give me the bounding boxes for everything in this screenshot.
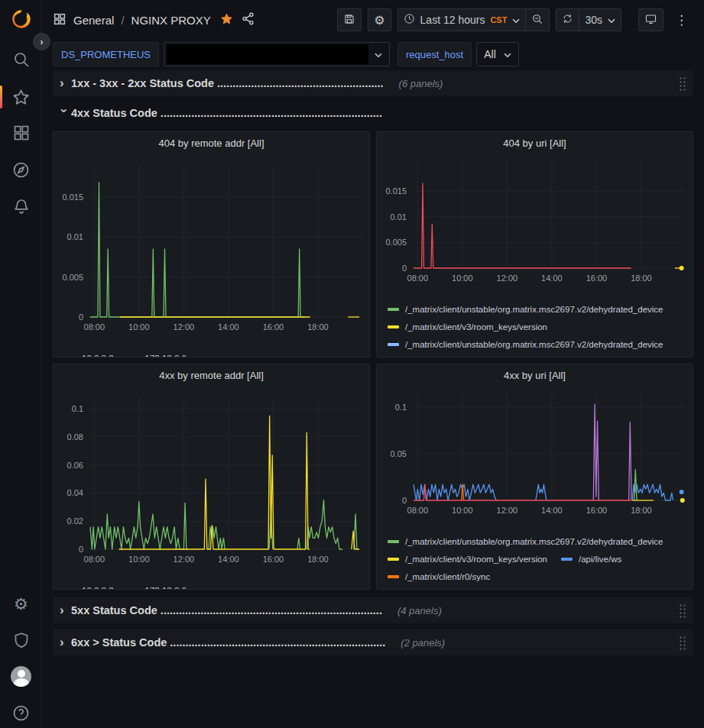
panel-title[interactable]: 404 by remote addr [All]: [54, 132, 369, 152]
legend-label: /_matrix/client/v3/room_keys/version: [405, 555, 547, 564]
save-dashboard-button[interactable]: [337, 8, 362, 31]
svg-text:10:00: 10:00: [128, 555, 150, 564]
legend-row: /_matrix/client/unstable/org.matrix.msc2…: [388, 585, 693, 589]
row-drag-handle[interactable]: [679, 636, 686, 650]
variable-value-dropdown[interactable]: [164, 42, 390, 66]
section-title: 6xx > Status Code: [71, 636, 167, 649]
dashboards-grid-icon[interactable]: [53, 12, 67, 28]
refresh-button[interactable]: [556, 8, 579, 31]
section-title: 5xx Status Code: [71, 604, 157, 616]
legend-item[interactable]: 172.18.0.6: [128, 586, 187, 590]
zoom-out-time-button[interactable]: [526, 8, 550, 31]
panel-title[interactable]: 404 by uri [All]: [377, 132, 693, 152]
dashboards-icon[interactable]: [0, 121, 42, 145]
server-admin-shield-icon[interactable]: [0, 628, 42, 652]
chevron-down-icon: [375, 48, 382, 60]
legend-item[interactable]: 10.0.3.2: [64, 354, 114, 358]
svg-text:0.02: 0.02: [67, 516, 83, 526]
panel-title[interactable]: 4xx by remote addr [All]: [54, 364, 369, 384]
svg-text:0.015: 0.015: [62, 193, 83, 202]
chart-404-by-remote-addr[interactable]: 08:0010:0012:0014:0016:0018:0000.0050.01…: [54, 152, 369, 345]
favorite-star-icon[interactable]: [219, 11, 234, 28]
more-options-kebab-icon[interactable]: ⋮: [670, 8, 693, 31]
settings-gear-icon[interactable]: ⚙: [0, 591, 42, 616]
chart-404-by-uri[interactable]: 08:0010:0012:0014:0016:0018:0000.0050.01…: [377, 152, 693, 299]
grafana-logo-icon[interactable]: [0, 7, 42, 31]
grafana-app: › ⚙: [0, 0, 704, 728]
legend-row: /_matrix/client/v3/room_keys/version: [388, 318, 693, 335]
row-4xx-status-code[interactable]: › 4xx Status Code ......................…: [53, 102, 693, 124]
chevron-down-icon: [512, 14, 520, 26]
user-avatar[interactable]: [0, 664, 42, 688]
svg-text:14:00: 14:00: [541, 506, 563, 515]
time-range-picker[interactable]: Last 12 hours CST: [397, 8, 527, 31]
timezone-label: CST: [490, 15, 507, 24]
svg-text:10:00: 10:00: [128, 322, 150, 332]
legend-label: 10.0.3.2: [82, 354, 114, 358]
row-6xx-status-code[interactable]: › 6xx > Status Code ....................…: [53, 629, 693, 655]
svg-text:0: 0: [402, 264, 407, 273]
row-5xx-status-code[interactable]: › 5xx Status Code ......................…: [53, 597, 693, 623]
legend-label: 10.0.3.2: [82, 586, 114, 590]
title-dots: ........................................…: [161, 107, 382, 119]
legend-item[interactable]: 172.18.0.6: [128, 354, 187, 358]
variable-label[interactable]: request_host: [397, 42, 472, 66]
svg-text:18:00: 18:00: [631, 273, 652, 283]
svg-text:0: 0: [79, 312, 83, 322]
chart-legend: /_matrix/client/unstable/org.matrix.msc2…: [377, 299, 693, 357]
panel-4xx-by-uri: 4xx by uri [All] 08:0010:0012:0014:0016:…: [376, 364, 693, 590]
sidebar-expand-button[interactable]: ›: [33, 33, 50, 50]
variable-value: All: [484, 48, 496, 60]
svg-text:12:00: 12:00: [497, 273, 518, 283]
legend-item[interactable]: /_matrix/client/v3/room_keys/version: [388, 555, 547, 564]
help-icon[interactable]: [0, 700, 42, 725]
svg-text:0.1: 0.1: [72, 404, 83, 413]
legend-item[interactable]: /_matrix/client/v3/room_keys/version: [388, 322, 547, 332]
cycle-view-mode-button[interactable]: [638, 8, 663, 31]
svg-text:08:00: 08:00: [407, 273, 429, 283]
explore-compass-icon[interactable]: [0, 157, 42, 182]
svg-text:0.005: 0.005: [62, 273, 83, 282]
legend-label: /_matrix/client/unstable/org.matrix.msc2…: [405, 537, 663, 546]
svg-text:18:00: 18:00: [631, 506, 652, 515]
legend-item[interactable]: /api/live/ws: [561, 555, 621, 564]
variable-label[interactable]: DS_PROMETHEUS: [53, 42, 159, 66]
title-dots: ........................................…: [217, 77, 384, 89]
sidebar: › ⚙: [0, 0, 42, 728]
starred-dashboards-icon[interactable]: [0, 85, 42, 109]
svg-text:14:00: 14:00: [541, 273, 563, 283]
legend-row: 10.0.3.2172.18.0.6: [64, 349, 369, 357]
variable-value-dropdown[interactable]: All: [476, 42, 519, 66]
panel-count: (4 panels): [397, 605, 442, 616]
svg-text:0.1: 0.1: [395, 403, 407, 412]
row-1xx-3xx-2xx-status-code[interactable]: › 1xx - 3xx - 2xx Status Code ..........…: [53, 70, 693, 96]
legend-item[interactable]: /_matrix/client/unstable/org.matrix.msc2…: [388, 537, 663, 546]
legend-item[interactable]: /_matrix/client/unstable/org.matrix.msc2…: [388, 305, 663, 314]
panel-4xx-by-remote-addr: 4xx by remote addr [All] 08:0010:0012:00…: [53, 364, 370, 590]
legend-item[interactable]: 10.0.3.2: [64, 586, 114, 590]
refresh-icon: [562, 13, 573, 27]
legend-label: /_matrix/client/r0/sync: [405, 572, 490, 581]
breadcrumb-section[interactable]: General: [73, 14, 114, 27]
row-drag-handle[interactable]: [679, 603, 686, 618]
legend-swatch: [128, 589, 139, 590]
alerting-bell-icon[interactable]: [0, 194, 42, 218]
legend-label: /api/live/ws: [579, 555, 621, 564]
panel-title[interactable]: 4xx by uri [All]: [377, 364, 693, 384]
share-icon[interactable]: [241, 11, 255, 28]
svg-text:12:00: 12:00: [497, 506, 518, 515]
refresh-interval-dropdown[interactable]: 30s: [579, 8, 621, 31]
legend-swatch: [388, 558, 399, 561]
panel-404-by-uri: 404 by uri [All] 08:0010:0012:0014:0016:…: [376, 131, 693, 358]
legend-swatch: [388, 575, 399, 578]
chart-4xx-by-uri[interactable]: 08:0010:0012:0014:0016:0018:0000.050.1: [377, 384, 693, 531]
legend-swatch: [388, 540, 399, 543]
svg-text:0: 0: [402, 496, 407, 505]
search-icon[interactable]: [0, 47, 42, 72]
legend-item[interactable]: /_matrix/client/r0/sync: [388, 572, 490, 581]
legend-item[interactable]: /_matrix/client/unstable/org.matrix.msc2…: [388, 340, 663, 349]
dashboard-settings-button[interactable]: ⚙: [368, 8, 391, 31]
row-drag-handle[interactable]: [679, 76, 686, 91]
section-title: 1xx - 3xx - 2xx Status Code: [71, 77, 214, 89]
chart-4xx-by-remote-addr[interactable]: 08:0010:0012:0014:0016:0018:0000.020.040…: [54, 384, 369, 577]
